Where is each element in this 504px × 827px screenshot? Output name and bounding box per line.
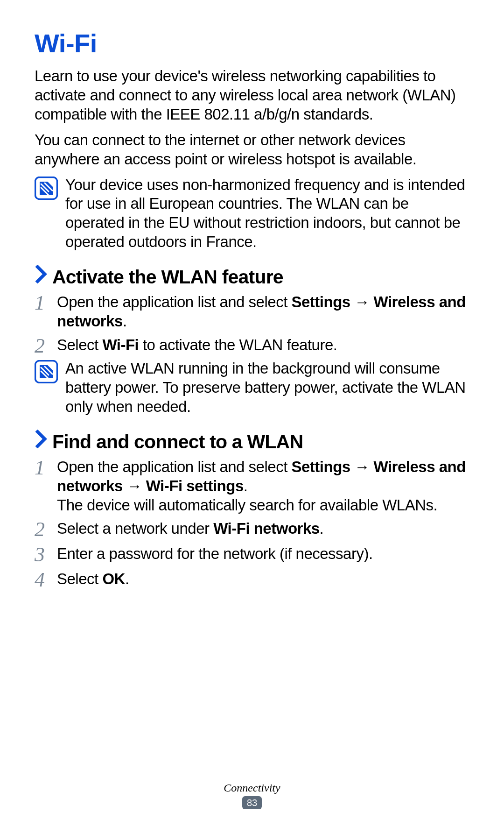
step-row: 2Select Wi-Fi to activate the WLAN featu…	[35, 336, 469, 356]
step-number: 1	[35, 458, 57, 478]
subheading-activate-text: Activate the WLAN feature	[52, 266, 283, 288]
intro-paragraph-1: Learn to use your device's wireless netw…	[35, 67, 469, 124]
note-icon	[35, 360, 58, 383]
step-number: 2	[35, 519, 57, 540]
step-row: 2Select a network under Wi-Fi networks.	[35, 519, 469, 540]
subheading-find: Find and connect to a WLAN	[35, 430, 469, 453]
steps-find: 1Open the application list and select Se…	[35, 458, 469, 591]
chevron-right-icon	[35, 430, 48, 448]
step-number: 3	[35, 544, 57, 565]
note-text-2: An active WLAN running in the background…	[65, 359, 469, 417]
subheading-activate: Activate the WLAN feature	[35, 265, 469, 288]
step-number: 1	[35, 293, 57, 313]
page-title: Wi-Fi	[35, 28, 469, 58]
step-row: 1Open the application list and select Se…	[35, 293, 469, 331]
step-text: Open the application list and select Set…	[57, 293, 469, 331]
note-text-1: Your device uses non-harmonized frequenc…	[65, 176, 469, 252]
step-text: Select a network under Wi-Fi networks.	[57, 519, 469, 538]
step-row: 4Select OK.	[35, 570, 469, 590]
step-row: 1Open the application list and select Se…	[35, 458, 469, 515]
step-text: Open the application list and select Set…	[57, 458, 469, 515]
step-text: Enter a password for the network (if nec…	[57, 544, 469, 564]
steps-activate: 1Open the application list and select Se…	[35, 293, 469, 356]
subheading-find-text: Find and connect to a WLAN	[52, 431, 303, 453]
note-block-1: Your device uses non-harmonized frequenc…	[35, 176, 469, 252]
manual-page: Wi-Fi Learn to use your device's wireles…	[0, 0, 504, 827]
step-text: Select OK.	[57, 570, 469, 589]
intro-paragraph-2: You can connect to the internet or other…	[35, 131, 469, 169]
note-block-2: An active WLAN running in the background…	[35, 359, 469, 417]
chevron-right-icon	[35, 265, 48, 283]
step-number: 4	[35, 570, 57, 590]
step-row: 3Enter a password for the network (if ne…	[35, 544, 469, 565]
footer-section-name: Connectivity	[0, 782, 504, 794]
step-text: Select Wi-Fi to activate the WLAN featur…	[57, 336, 469, 355]
note-icon	[35, 177, 58, 200]
page-footer: Connectivity 83	[0, 782, 504, 809]
page-number-badge: 83	[242, 796, 262, 809]
step-number: 2	[35, 336, 57, 356]
